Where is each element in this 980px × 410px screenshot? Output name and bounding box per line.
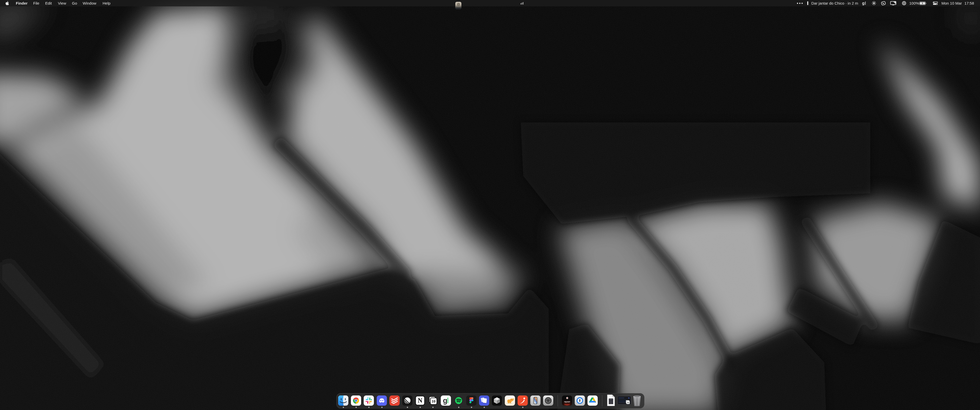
svg-text:raycast: raycast [564, 401, 570, 403]
svg-text:10: 10 [431, 399, 436, 404]
svg-text:N: N [418, 397, 422, 404]
svg-text:11: 11 [627, 401, 629, 404]
svg-text:g: g [443, 396, 447, 405]
